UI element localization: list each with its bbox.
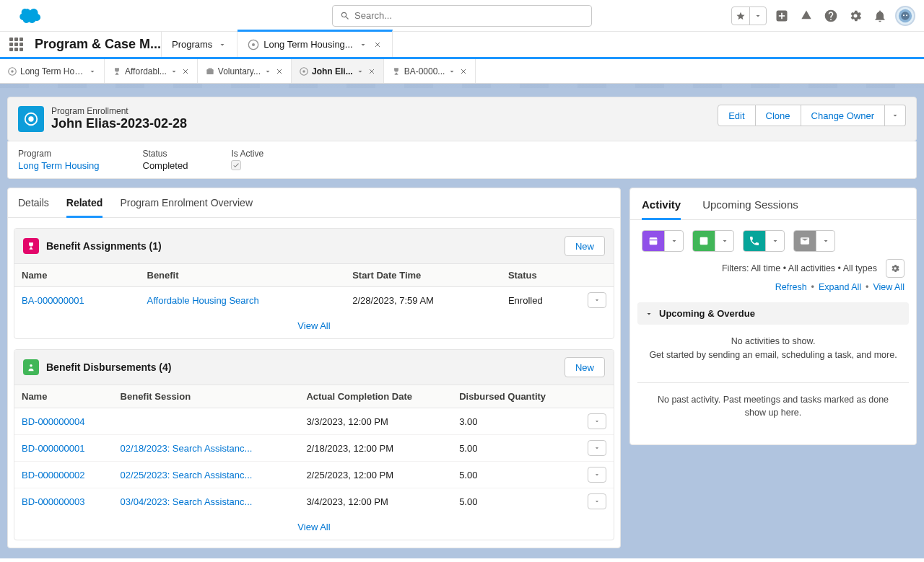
subtab-longterm[interactable]: Long Term Hous... bbox=[0, 59, 105, 83]
session-link[interactable]: 02/18/2023: Search Assistanc... bbox=[121, 443, 253, 454]
subtab-voluntary[interactable]: Voluntary... bbox=[198, 59, 292, 83]
row-actions-button[interactable] bbox=[588, 413, 606, 429]
question-icon bbox=[824, 9, 838, 23]
bd-name-link[interactable]: BD-000000001 bbox=[22, 443, 84, 454]
related-list-title[interactable]: Benefit Assignments (1) bbox=[46, 240, 162, 252]
app-launcher[interactable] bbox=[0, 32, 32, 57]
nav-tab-programs[interactable]: Programs bbox=[162, 32, 237, 57]
session-link[interactable]: 02/25/2023: Search Assistanc... bbox=[121, 470, 253, 480]
help-button[interactable] bbox=[821, 6, 840, 25]
calendar-icon bbox=[648, 235, 659, 247]
ba-name-link[interactable]: BA-000000001 bbox=[22, 295, 84, 306]
related-list-benefit-assignments: Benefit Assignments (1) New Name Benefit… bbox=[14, 228, 614, 339]
send-email-button[interactable] bbox=[793, 230, 835, 252]
chevron-down-icon[interactable] bbox=[218, 40, 227, 49]
chevron-down-icon[interactable] bbox=[448, 67, 456, 76]
col-name[interactable]: Name bbox=[14, 264, 140, 287]
status-cell: Enrolled bbox=[501, 287, 580, 314]
timeline-settings-button[interactable] bbox=[886, 259, 905, 278]
trophy-icon bbox=[23, 238, 39, 254]
gear-icon bbox=[848, 9, 863, 23]
notifications-button[interactable] bbox=[871, 6, 889, 25]
close-icon[interactable] bbox=[459, 67, 468, 76]
view-all-link[interactable]: View All bbox=[873, 282, 905, 292]
row-actions-button[interactable] bbox=[588, 467, 606, 483]
table-row: BD-000000001 02/18/2023: Search Assistan… bbox=[14, 435, 614, 462]
subtab-john[interactable]: John Eli... bbox=[292, 59, 384, 83]
global-add-button[interactable] bbox=[772, 6, 791, 25]
expand-all-link[interactable]: Expand All bbox=[819, 282, 861, 292]
empty-activities-message: No activities to show. Get started by se… bbox=[630, 325, 916, 372]
completion-date: 3/3/2023, 12:00 PM bbox=[299, 408, 452, 435]
close-icon[interactable] bbox=[181, 67, 190, 76]
close-icon[interactable] bbox=[367, 67, 376, 76]
tab-related[interactable]: Related bbox=[66, 197, 103, 218]
bd-name-link[interactable]: BD-000000002 bbox=[22, 470, 84, 480]
row-actions-button[interactable] bbox=[588, 292, 606, 308]
tab-activity[interactable]: Activity bbox=[642, 198, 681, 220]
trailhead-button[interactable] bbox=[797, 6, 816, 25]
related-list-title[interactable]: Benefit Disbursements (4) bbox=[46, 361, 171, 373]
col-status[interactable]: Status bbox=[501, 264, 580, 287]
search-input[interactable] bbox=[354, 10, 584, 21]
related-list-benefit-disbursements: Benefit Disbursements (4) New Name Benef… bbox=[14, 349, 614, 540]
new-event-button[interactable] bbox=[642, 230, 684, 252]
view-all-link[interactable]: View All bbox=[297, 320, 330, 331]
more-actions-button[interactable] bbox=[885, 105, 906, 126]
log-call-button[interactable] bbox=[743, 230, 785, 252]
col-start[interactable]: Start Date Time bbox=[345, 264, 501, 287]
chevron-down-icon[interactable] bbox=[356, 67, 365, 76]
table-row: BD-000000002 02/25/2023: Search Assistan… bbox=[14, 462, 614, 488]
col-session[interactable]: Benefit Session bbox=[113, 385, 300, 408]
col-benefit[interactable]: Benefit bbox=[140, 264, 346, 287]
tab-details[interactable]: Details bbox=[18, 197, 49, 217]
favorites-menu[interactable] bbox=[731, 6, 767, 25]
filters-text: Filters: All time • All activities • All… bbox=[722, 263, 877, 273]
session-link[interactable]: 03/04/2023: Search Assistanc... bbox=[121, 496, 253, 507]
benefit-disbursements-table: Name Benefit Session Actual Completion D… bbox=[14, 385, 614, 514]
chevron-down-icon[interactable] bbox=[170, 67, 178, 76]
nav-tab-longterm[interactable]: Long Term Housing... bbox=[237, 30, 392, 57]
workspace-subtabs: Long Term Hous... Affordabl... Voluntary… bbox=[0, 59, 924, 84]
content-area: Long Term Hous... Affordabl... Voluntary… bbox=[0, 59, 924, 558]
is-active-checkbox bbox=[231, 160, 241, 170]
new-disbursement-button[interactable]: New bbox=[565, 357, 605, 377]
new-task-button[interactable] bbox=[692, 230, 734, 252]
view-all-link[interactable]: View All bbox=[297, 522, 330, 532]
record-actions: Edit Clone Change Owner bbox=[718, 105, 906, 126]
upcoming-overdue-section[interactable]: Upcoming & Overdue bbox=[637, 302, 909, 325]
setup-button[interactable] bbox=[846, 6, 865, 25]
navigation-bar: Program & Case M... Programs Long Term H… bbox=[0, 32, 924, 59]
bd-name-link[interactable]: BD-000000003 bbox=[22, 496, 84, 507]
bell-icon bbox=[873, 9, 887, 23]
col-name[interactable]: Name bbox=[14, 385, 113, 408]
edit-button[interactable]: Edit bbox=[718, 105, 755, 126]
subtab-label: John Eli... bbox=[312, 66, 353, 76]
svg-point-13 bbox=[28, 116, 33, 121]
new-benefit-assignment-button[interactable]: New bbox=[565, 236, 605, 256]
tab-upcoming-sessions[interactable]: Upcoming Sessions bbox=[702, 198, 798, 219]
program-link[interactable]: Long Term Housing bbox=[18, 160, 100, 171]
chevron-down-icon[interactable] bbox=[359, 40, 367, 49]
user-avatar[interactable] bbox=[895, 6, 915, 26]
refresh-link[interactable]: Refresh bbox=[775, 282, 807, 292]
global-search[interactable] bbox=[332, 5, 592, 27]
disbursed-qty: 5.00 bbox=[452, 488, 580, 515]
benefit-link[interactable]: Affordable Housing Search bbox=[147, 295, 259, 306]
subtab-affordable[interactable]: Affordabl... bbox=[105, 59, 198, 83]
record-title: John Elias-2023-02-28 bbox=[51, 116, 187, 132]
row-actions-button[interactable] bbox=[588, 440, 606, 456]
close-icon[interactable] bbox=[373, 40, 382, 49]
bd-name-link[interactable]: BD-000000004 bbox=[22, 416, 84, 427]
col-date[interactable]: Actual Completion Date bbox=[299, 385, 452, 408]
chevron-down-icon[interactable] bbox=[263, 67, 272, 76]
col-qty[interactable]: Disbursed Quantity bbox=[452, 385, 580, 408]
clone-button[interactable]: Clone bbox=[756, 105, 801, 126]
change-owner-button[interactable]: Change Owner bbox=[801, 105, 885, 126]
task-icon bbox=[698, 235, 710, 247]
row-actions-button[interactable] bbox=[588, 493, 606, 509]
tab-overview[interactable]: Program Enrolment Overview bbox=[120, 197, 253, 217]
chevron-down-icon[interactable] bbox=[88, 67, 97, 76]
subtab-ba[interactable]: BA-0000... bbox=[384, 59, 476, 83]
close-icon[interactable] bbox=[275, 67, 284, 76]
